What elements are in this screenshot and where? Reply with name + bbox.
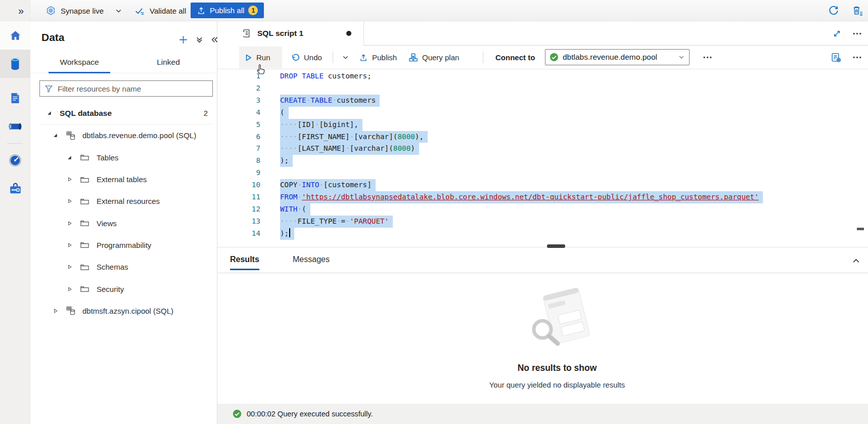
refresh-icon [828,5,839,16]
filter-resources-input[interactable]: Filter resources by name [39,80,213,97]
code-line-text: FROM·'https://dbtlabsynapsedatalake.blob… [280,191,763,203]
tree-item-label: Security [97,285,124,293]
script-properties-icon[interactable] [831,52,841,63]
tree-item[interactable]: External tables [30,168,217,190]
code-line[interactable]: 9 [217,167,868,179]
rail-divider [7,143,23,144]
toolbar-divider [483,52,483,63]
toolbar-more-options[interactable] [698,47,717,68]
splitter-grip[interactable] [547,244,565,248]
filter-placeholder: Filter resources by name [58,84,141,93]
nav-manage-button[interactable] [0,175,30,203]
undo-button[interactable]: Undo [286,47,327,68]
code-line[interactable]: 12WITH·( [217,203,868,216]
tree-item[interactable]: dbtlabs.revenue.demo.pool (SQL) [30,124,217,146]
tree-collapsed-arrow-icon[interactable] [67,221,73,226]
tree-expanded-arrow-icon[interactable] [67,155,73,160]
tree-item-label: SQL database [60,109,112,118]
empty-state-title: No results to show [476,363,638,373]
tree-collapsed-arrow-icon[interactable] [67,198,73,204]
collapse-results-chevron-up-icon[interactable] [851,256,861,266]
expand-nav-button[interactable]: » [0,0,30,21]
tab-linked[interactable]: Linked [141,53,196,73]
code-line[interactable]: 7····[LAST_NAME]·[varchar](8000) [217,143,868,155]
nav-monitor-button[interactable] [0,146,30,175]
tab-sql-script-1[interactable]: SQL script 1 [217,21,364,46]
tree-expanded-arrow-icon[interactable] [47,110,53,116]
tree-item-label: dbtlabs.revenue.demo.pool (SQL) [82,131,196,140]
code-line-text: ····[FIRST_NAME]·[varchar](8000), [280,131,428,143]
refresh-button[interactable] [828,0,839,21]
nav-integrate-button[interactable] [0,112,30,141]
manage-toolbox-icon [9,182,22,195]
discard-all-button[interactable] [852,0,863,21]
tab-results[interactable]: Results [230,255,259,270]
editor-tab-title: SQL script 1 [257,29,303,38]
tab-more-options-icon[interactable] [852,32,862,35]
tree-item[interactable]: Programmability [30,234,217,256]
tree-collapsed-arrow-icon[interactable] [67,242,73,248]
tree-collapsed-arrow-icon[interactable] [53,308,59,314]
connect-to-pool-dropdown[interactable]: dbtlabs.revenue.demo.pool [545,49,690,65]
tree-item[interactable]: SQL database2 [30,102,217,124]
line-number: 5 [217,119,260,131]
expand-editor-icon[interactable] [833,29,841,38]
query-plan-button[interactable]: Query plan [403,47,464,68]
code-line[interactable]: 5····[ID]·[bigint], [217,119,868,131]
tree-item[interactable]: Views [30,212,217,234]
publish-all-button[interactable]: Publish all 1 [191,3,264,18]
tree-item[interactable]: Tables [30,147,217,168]
add-resource-button[interactable] [178,34,189,45]
mode-selector[interactable]: Synapse live [45,0,104,21]
editor-more-options-icon[interactable] [852,56,862,59]
collapse-panel-icon[interactable] [210,35,219,44]
code-line[interactable]: 6····[FIRST_NAME]·[varchar](8000), [217,131,868,143]
validate-all-button[interactable]: Validate all [134,0,186,21]
publish-button[interactable]: Publish [354,47,402,68]
folder-icon [80,241,90,249]
tree-collapsed-arrow-icon[interactable] [67,286,73,292]
validate-check-icon [134,6,145,16]
tree-item[interactable]: Schemas [30,256,217,278]
empty-state-subtitle: Your query yielded no displayable result… [476,381,638,389]
code-line-text: CREATE·TABLE·customers [280,95,380,107]
code-line[interactable]: 11FROM·'https://dbtlabsynapsedatalake.bl… [217,191,868,203]
nav-develop-button[interactable] [0,84,30,112]
tree-collapsed-arrow-icon[interactable] [67,264,73,270]
code-line[interactable]: 10COPY·INTO·[customers] [217,179,868,191]
undo-redo-dropdown[interactable] [337,47,354,68]
nav-data-button[interactable] [0,50,30,78]
folder-icon [80,219,90,227]
toolbar-divider [333,52,333,63]
code-line-text: WITH·( [280,203,310,216]
code-line[interactable]: 2 [217,82,868,95]
run-button[interactable]: Run [239,47,282,68]
mode-selector-chevron[interactable] [115,0,122,21]
tree-collapsed-arrow-icon[interactable] [67,177,73,182]
line-number: 6 [217,131,260,143]
code-line[interactable]: 1DROP TABLE customers; [217,70,868,82]
tree-item-label: External tables [97,175,147,184]
line-number: 12 [217,203,260,216]
tab-workspace[interactable]: Workspace [49,53,110,73]
code-line-text: ····[LAST_NAME]·[varchar](8000) [280,143,419,155]
collapse-all-icon[interactable] [195,35,204,44]
unsaved-changes-dot [346,31,351,36]
tree-item[interactable]: Security [30,278,217,300]
tree-expanded-arrow-icon[interactable] [53,133,59,138]
sql-code-editor[interactable]: 1DROP TABLE customers;23CREATE·TABLE·cus… [217,69,868,242]
nav-home-button[interactable] [0,21,30,50]
code-line[interactable]: 3CREATE·TABLE·customers [217,95,868,107]
tree-item[interactable]: External resources [30,190,217,212]
connect-to-label: Connect to [495,46,535,69]
code-line[interactable]: 4( [217,107,868,119]
code-line[interactable]: 13····FILE_TYPE·=·'PARQUET' [217,216,868,228]
tree-item[interactable]: dbtmsft.azsyn.cipool (SQL) [30,300,217,322]
filter-funnel-icon [44,84,53,93]
double-chevron-right-icon: » [18,5,24,17]
line-number: 3 [217,95,260,107]
tab-messages[interactable]: Messages [293,255,330,269]
editor-results-splitter[interactable] [217,242,868,249]
code-line[interactable]: 14); [217,228,868,240]
code-line[interactable]: 8); [217,155,868,167]
